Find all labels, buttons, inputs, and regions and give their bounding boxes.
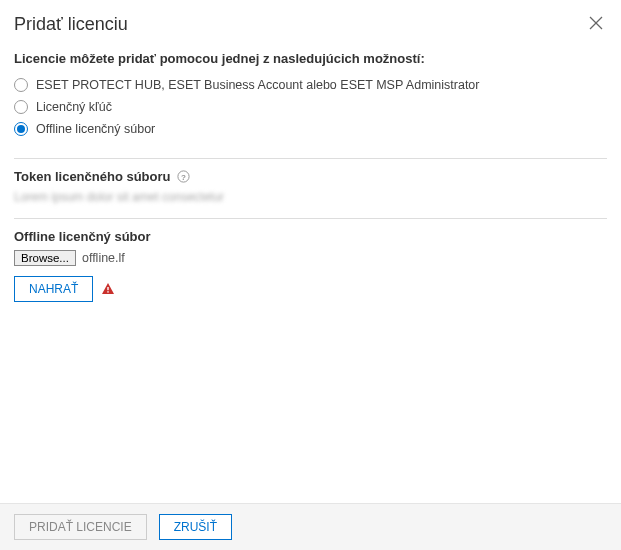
svg-rect-5 (108, 287, 109, 290)
divider (14, 158, 607, 159)
selected-filename: offline.lf (82, 251, 125, 265)
offline-file-title-text: Offline licenčný súbor (14, 229, 151, 244)
browse-button[interactable]: Browse... (14, 250, 76, 266)
token-section-title: Token licenčného súboru ? (14, 169, 607, 184)
intro-label: Licencie môžete pridať pomocou jednej z … (14, 51, 607, 66)
close-icon (589, 16, 603, 33)
option-key-radio[interactable] (14, 100, 28, 114)
close-button[interactable] (585, 12, 607, 37)
option-offline-row[interactable]: Offline licenčný súbor (14, 118, 607, 140)
svg-rect-6 (108, 291, 109, 292)
upload-button[interactable]: NAHRAŤ (14, 276, 93, 302)
token-title-text: Token licenčného súboru (14, 169, 171, 184)
option-key-row[interactable]: Licenčný kľúč (14, 96, 607, 118)
token-value-placeholder: Lorem ipsum dolor sit amet consectetur (14, 190, 607, 204)
option-offline-label: Offline licenčný súbor (36, 122, 155, 136)
offline-file-section-title: Offline licenčný súbor (14, 229, 607, 244)
dialog-footer: PRIDAŤ LICENCIE ZRUŠIŤ (0, 503, 621, 550)
option-hub-row[interactable]: ESET PROTECT HUB, ESET Business Account … (14, 74, 607, 96)
warning-icon (101, 282, 115, 296)
help-icon[interactable]: ? (177, 170, 190, 183)
add-licenses-button[interactable]: PRIDAŤ LICENCIE (14, 514, 147, 540)
dialog-title: Pridať licenciu (14, 14, 128, 35)
option-hub-radio[interactable] (14, 78, 28, 92)
divider (14, 218, 607, 219)
option-offline-radio[interactable] (14, 122, 28, 136)
option-hub-label: ESET PROTECT HUB, ESET Business Account … (36, 78, 479, 92)
cancel-button[interactable]: ZRUŠIŤ (159, 514, 232, 540)
svg-text:?: ? (181, 173, 186, 182)
license-option-group: ESET PROTECT HUB, ESET Business Account … (14, 74, 607, 140)
option-key-label: Licenčný kľúč (36, 100, 112, 114)
